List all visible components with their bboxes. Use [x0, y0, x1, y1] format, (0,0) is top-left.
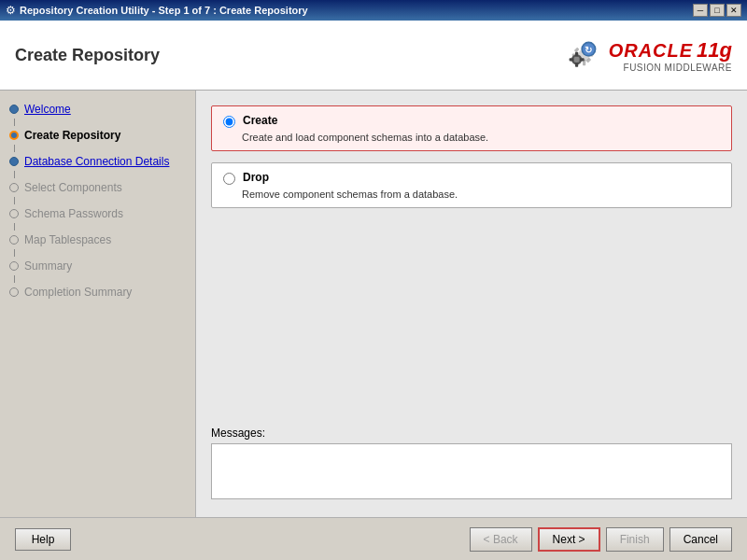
step-indicator-welcome: [7, 103, 21, 116]
gear-icon-area: ↻: [560, 33, 605, 77]
circle-icon-map: [9, 235, 19, 245]
drop-radio-description: Remove component schemas from a database…: [242, 189, 720, 200]
drop-radio-label[interactable]: Drop: [243, 171, 269, 184]
page-title: Create Repository: [15, 46, 160, 65]
main-window: Create Repository: [0, 21, 747, 560]
circle-icon-summary: [9, 261, 19, 271]
app-icon: ⚙: [6, 4, 16, 17]
help-button[interactable]: Help: [15, 528, 71, 551]
body: Welcome Create Repository Database Conne…: [0, 91, 747, 517]
svg-text:↻: ↻: [585, 45, 592, 55]
svg-rect-14: [579, 58, 584, 61]
messages-area: Messages:: [211, 427, 732, 502]
connector-6: [7, 249, 21, 257]
step-indicator-schema: [7, 207, 21, 220]
step-indicator-create: [7, 129, 21, 142]
content-area: Create Create and load component schemas…: [196, 91, 747, 517]
sidebar-item-summary: Summary: [0, 257, 195, 275]
step-indicator-summary: [7, 259, 21, 273]
connector-5: [7, 223, 21, 231]
sidebar-label-welcome[interactable]: Welcome: [24, 103, 71, 116]
sidebar-label-schema-passwords: Schema Passwords: [24, 207, 123, 220]
sidebar-label-summary: Summary: [24, 259, 72, 273]
sidebar-label-create-repository: Create Repository: [24, 129, 120, 142]
messages-label: Messages:: [211, 427, 732, 440]
maximize-button[interactable]: □: [710, 4, 725, 17]
sidebar-item-create-repository[interactable]: Create Repository: [0, 126, 195, 145]
cancel-button[interactable]: Cancel: [669, 527, 732, 552]
sidebar-item-completion-summary: Completion Summary: [0, 283, 195, 301]
drop-radio-input[interactable]: [223, 173, 235, 185]
circle-icon-welcome: [9, 105, 19, 114]
sidebar-item-database-connection[interactable]: Database Connection Details: [0, 152, 195, 171]
version-text: 11g: [697, 38, 732, 63]
connector-1: [7, 119, 21, 126]
circle-icon-select: [9, 183, 19, 192]
oracle-brand-text: ORACLE: [609, 40, 693, 62]
svg-rect-5: [573, 48, 579, 53]
svg-rect-11: [575, 52, 578, 57]
sidebar-label-database-connection[interactable]: Database Connection Details: [24, 155, 169, 168]
fusion-middleware-text: FUSION MIDDLEWARE: [624, 63, 732, 73]
circle-icon-create: [9, 131, 19, 140]
svg-point-10: [573, 57, 579, 63]
oracle-logo: ↻ ORACLE 11g FUSION MIDDLEWARE: [560, 33, 732, 77]
create-radio-label[interactable]: Create: [243, 114, 277, 127]
sidebar-item-select-components: Select Components: [0, 178, 195, 197]
header: Create Repository: [0, 21, 747, 91]
close-button[interactable]: ✕: [726, 4, 741, 17]
svg-rect-13: [569, 58, 573, 61]
minimize-button[interactable]: ─: [693, 4, 708, 17]
sidebar-item-schema-passwords: Schema Passwords: [0, 204, 195, 223]
circle-icon-schema: [9, 209, 19, 218]
sidebar-label-map-tablespaces: Map Tablespaces: [24, 233, 111, 246]
create-option-box: Create Create and load component schemas…: [211, 105, 732, 151]
circle-icon-db: [9, 157, 19, 166]
oracle-logo-text: ORACLE 11g FUSION MIDDLEWARE: [609, 38, 732, 73]
circle-icon-completion: [9, 287, 19, 297]
create-radio-option: Create: [223, 114, 720, 128]
svg-rect-12: [575, 63, 578, 67]
footer-left: Help: [15, 528, 71, 551]
connector-3: [7, 171, 21, 178]
connector-2: [7, 145, 21, 152]
title-bar-left: ⚙ Repository Creation Utility - Step 1 o…: [6, 4, 308, 17]
create-radio-input[interactable]: [223, 116, 235, 128]
footer: Help < Back Next > Finish Cancel: [0, 517, 747, 560]
title-bar: ⚙ Repository Creation Utility - Step 1 o…: [0, 0, 747, 21]
sidebar-label-completion-summary: Completion Summary: [24, 286, 132, 299]
window-title: Repository Creation Utility - Step 1 of …: [20, 5, 308, 16]
sidebar: Welcome Create Repository Database Conne…: [0, 91, 196, 517]
next-button[interactable]: Next >: [538, 527, 600, 552]
title-buttons: ─ □ ✕: [693, 4, 741, 17]
step-indicator-map: [7, 233, 21, 246]
connector-4: [7, 197, 21, 204]
footer-right: < Back Next > Finish Cancel: [470, 527, 732, 552]
back-button[interactable]: < Back: [470, 527, 532, 552]
finish-button[interactable]: Finish: [606, 527, 664, 552]
content-spacer: [211, 219, 732, 412]
gear-icon: ↻: [560, 33, 605, 77]
step-indicator-db: [7, 155, 21, 168]
messages-textarea[interactable]: [211, 443, 732, 499]
create-radio-description: Create and load component schemas into a…: [242, 132, 720, 143]
drop-radio-option: Drop Remove component schemas from a dat…: [223, 171, 720, 200]
drop-option-box: Drop Remove component schemas from a dat…: [211, 162, 732, 208]
sidebar-item-map-tablespaces: Map Tablespaces: [0, 231, 195, 249]
connector-7: [7, 275, 21, 283]
step-indicator-select: [7, 181, 21, 194]
sidebar-item-welcome[interactable]: Welcome: [0, 100, 195, 119]
sidebar-label-select-components: Select Components: [24, 181, 122, 194]
step-indicator-completion: [7, 286, 21, 299]
